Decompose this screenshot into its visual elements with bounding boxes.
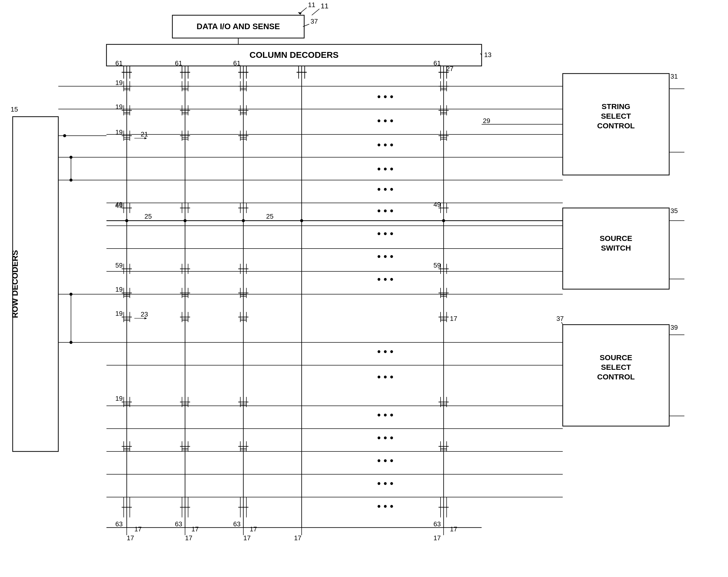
- svg-text:63: 63: [434, 520, 441, 528]
- svg-text:SWITCH: SWITCH: [601, 244, 631, 252]
- svg-text:17: 17: [450, 315, 457, 322]
- svg-text:17: 17: [191, 525, 199, 533]
- svg-point-344: [63, 134, 66, 137]
- svg-text:• • •: • • •: [377, 91, 393, 102]
- svg-text:61: 61: [434, 59, 441, 67]
- svg-text:61: 61: [115, 59, 123, 67]
- svg-text:19: 19: [115, 285, 123, 293]
- svg-text:31: 31: [671, 73, 678, 80]
- svg-text:• • •: • • •: [377, 139, 393, 150]
- svg-text:19: 19: [115, 395, 123, 402]
- svg-text:63: 63: [233, 520, 240, 528]
- svg-text:• • •: • • •: [377, 251, 393, 262]
- svg-text:17: 17: [134, 525, 142, 533]
- svg-text:• • •: • • •: [377, 163, 393, 175]
- svg-text:STRING: STRING: [601, 102, 630, 110]
- svg-text:63: 63: [175, 520, 182, 528]
- svg-text:13: 13: [484, 51, 492, 58]
- svg-point-335: [125, 219, 128, 222]
- svg-text:29: 29: [483, 117, 490, 125]
- svg-text:• • •: • • •: [377, 184, 393, 195]
- svg-rect-12: [13, 117, 58, 451]
- svg-text:CONTROL: CONTROL: [597, 373, 635, 381]
- svg-text:• • •: • • •: [377, 409, 393, 421]
- svg-text:ROW DECODERS: ROW DECODERS: [10, 250, 20, 318]
- svg-point-336: [184, 219, 187, 222]
- svg-text:COLUMN DECODERS: COLUMN DECODERS: [250, 50, 338, 59]
- svg-text:• • •: • • •: [377, 205, 393, 216]
- svg-text:• • •: • • •: [377, 115, 393, 126]
- svg-text:23: 23: [141, 310, 148, 318]
- svg-text:15: 15: [11, 105, 18, 113]
- svg-text:17: 17: [294, 534, 302, 542]
- svg-text:17: 17: [434, 534, 441, 542]
- svg-text:25: 25: [266, 212, 274, 220]
- svg-text:SOURCE: SOURCE: [600, 234, 632, 243]
- svg-text:19: 19: [115, 79, 123, 86]
- svg-text:25: 25: [145, 212, 152, 220]
- svg-text:SOURCE: SOURCE: [600, 353, 632, 362]
- svg-text:59: 59: [434, 261, 441, 269]
- circuit-diagram: DATA I/O AND SENSE 11 37 COLUMN DECODERS…: [0, 0, 728, 577]
- svg-text:17: 17: [243, 534, 251, 542]
- svg-text:63: 63: [115, 520, 123, 528]
- svg-text:61: 61: [175, 59, 182, 67]
- svg-text:SELECT: SELECT: [601, 112, 631, 120]
- svg-text:• • •: • • •: [377, 501, 393, 512]
- svg-text:• • •: • • •: [377, 346, 393, 357]
- svg-point-339: [442, 219, 445, 222]
- svg-text:61: 61: [233, 59, 240, 67]
- svg-text:19: 19: [115, 310, 123, 317]
- svg-text:35: 35: [671, 207, 678, 215]
- svg-point-337: [242, 219, 245, 222]
- svg-text:39: 39: [671, 324, 678, 331]
- svg-text:• • •: • • •: [377, 432, 393, 443]
- svg-text:CONTROL: CONTROL: [597, 122, 635, 130]
- svg-text:21: 21: [141, 130, 148, 138]
- svg-text:27: 27: [446, 65, 453, 73]
- svg-text:37: 37: [556, 315, 564, 322]
- svg-text:19: 19: [115, 103, 123, 110]
- svg-text:17: 17: [185, 534, 192, 542]
- svg-text:37: 37: [311, 18, 318, 25]
- svg-text:49: 49: [434, 201, 441, 208]
- svg-text:SELECT: SELECT: [601, 363, 631, 371]
- svg-text:• • •: • • •: [377, 371, 393, 382]
- svg-text:17: 17: [250, 525, 257, 533]
- svg-text:DATA I/O AND SENSE: DATA I/O AND SENSE: [197, 22, 280, 31]
- svg-text:17: 17: [450, 525, 457, 533]
- svg-point-338: [300, 219, 303, 222]
- svg-text:59: 59: [115, 261, 123, 269]
- svg-text:• • •: • • •: [377, 228, 393, 239]
- svg-text:17: 17: [127, 534, 134, 542]
- svg-text:• • •: • • •: [377, 274, 393, 285]
- svg-text:19: 19: [115, 128, 123, 136]
- svg-text:49: 49: [115, 202, 123, 209]
- svg-text:• • •: • • •: [377, 455, 393, 466]
- svg-text:11: 11: [321, 2, 329, 10]
- svg-text:• • •: • • •: [377, 478, 393, 489]
- svg-text:11: 11: [308, 1, 315, 9]
